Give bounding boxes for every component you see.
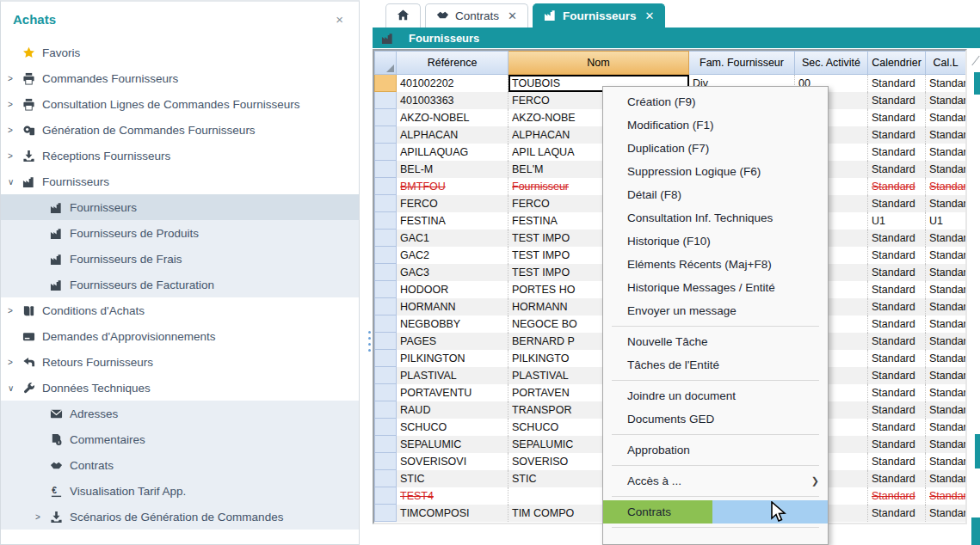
sidebar-item-consultation-lignes-de-commandes-fournisseurs[interactable]: >Consultation Lignes de Commandes Fourni… (1, 91, 359, 117)
cell-cal-livraison[interactable]: Standard (926, 384, 965, 401)
row-marker-cell[interactable] (374, 453, 397, 470)
row-marker-cell[interactable] (374, 384, 397, 401)
sidebar-item-favoris[interactable]: Favoris (1, 40, 359, 65)
cell-cal-livraison[interactable]: Standard (926, 247, 965, 264)
menu-item-approbation[interactable]: Approbation (603, 438, 828, 462)
cell-calendrier[interactable]: Standard (868, 109, 926, 126)
cell-cal-livraison[interactable]: Standard (926, 367, 965, 384)
row-marker-cell[interactable] (374, 350, 397, 367)
menu-item-elements-recents-maj-f8[interactable]: Eléments Récents (Maj+F8) (603, 253, 828, 276)
menu-item-envoyer-un-message[interactable]: Envoyer un message (603, 299, 828, 322)
cell-reference[interactable]: TEST4 (397, 487, 508, 505)
sidebar-item-contrats[interactable]: Contrats (1, 452, 359, 478)
sidebar-item-commentaires[interactable]: Commentaires (1, 426, 359, 452)
cell-reference[interactable]: SEPALUMIC (397, 436, 508, 453)
row-marker-cell[interactable] (374, 333, 397, 350)
tab-contrats[interactable]: Contrats✕ (425, 3, 528, 28)
row-marker-cell[interactable] (374, 315, 397, 333)
row-marker-cell[interactable] (374, 161, 397, 178)
sidebar-item-fournisseurs-de-facturation[interactable]: Fournisseurs de Facturation (1, 272, 359, 297)
chevron-right-icon[interactable]: > (8, 151, 22, 161)
cell-calendrier[interactable]: Standard (868, 436, 926, 453)
chevron-right-icon[interactable]: > (35, 512, 50, 522)
cell-calendrier[interactable]: U1 (868, 212, 926, 230)
sidebar-item-fournisseurs-de-frais[interactable]: Fournisseurs de Frais (1, 246, 359, 272)
cell-cal-livraison[interactable]: Standard (926, 401, 965, 419)
cell-reference[interactable]: PAGES (397, 333, 508, 350)
panel-splitter-handle[interactable] (367, 331, 371, 357)
cell-calendrier[interactable]: Standard (868, 195, 926, 212)
cell-cal-livraison[interactable]: Standard (926, 109, 965, 126)
row-marker-cell[interactable] (374, 298, 397, 315)
row-marker-cell[interactable] (374, 470, 397, 487)
cell-reference[interactable]: AKZO-NOBEL (397, 109, 508, 126)
row-marker-cell[interactable] (374, 401, 397, 419)
chevron-down-icon[interactable]: ∨ (8, 383, 22, 393)
cell-reference[interactable]: FESTINA (397, 212, 508, 230)
tab-home[interactable] (385, 3, 421, 28)
row-marker-cell[interactable] (374, 487, 397, 505)
chevron-right-icon[interactable]: > (8, 74, 22, 83)
cell-reference[interactable]: HODOOR (397, 281, 508, 298)
column-header-reference[interactable]: Référence (397, 51, 508, 75)
sidebar-item-fournisseurs-de-produits[interactable]: Fournisseurs de Produits (1, 220, 359, 246)
cell-cal-livraison[interactable]: Standard (926, 178, 965, 195)
cell-reference[interactable]: GAC3 (397, 264, 508, 281)
right-dock-tab[interactable] (975, 434, 980, 468)
cell-reference[interactable]: RAUD (397, 401, 508, 419)
cell-calendrier[interactable]: Standard (868, 298, 926, 315)
row-marker-cell[interactable] (374, 419, 397, 436)
cell-calendrier[interactable]: Standard (868, 161, 926, 178)
sidebar-item-generation-de-commandes-fournisseurs[interactable]: >Génération de Commandes Fournisseurs (1, 117, 359, 143)
cell-cal-livraison[interactable]: Standard (926, 487, 965, 505)
chevron-right-icon[interactable]: > (8, 306, 22, 315)
cell-calendrier[interactable]: Standard (868, 384, 926, 401)
cell-cal-livraison[interactable]: Standard (926, 453, 965, 470)
cell-calendrier[interactable]: Standard (868, 333, 926, 350)
right-dock-tab[interactable] (971, 517, 980, 545)
row-marker-cell[interactable] (374, 230, 397, 247)
menu-item-acces-a[interactable]: Accès à ...❯ (603, 469, 828, 493)
menu-item-documents-ged[interactable]: Documents GED (603, 407, 828, 431)
row-marker-cell[interactable] (374, 195, 397, 212)
cell-calendrier[interactable]: Standard (868, 281, 926, 298)
cell-calendrier[interactable]: Standard (868, 230, 926, 247)
cell-cal-livraison[interactable]: Standard (926, 144, 965, 161)
cell-reference[interactable]: GAC2 (397, 247, 508, 264)
tab-close-icon[interactable]: ✕ (505, 9, 517, 22)
cell-calendrier[interactable]: Standard (868, 419, 926, 436)
menu-item-joindre-un-document[interactable]: Joindre un document (603, 384, 828, 407)
menu-item-suppression-logique-f6[interactable]: Suppression Logique (F6) (603, 160, 828, 183)
sidebar-item-scenarios-de-generation-de-commandes[interactable]: >Scénarios de Génération de Commandes (1, 504, 359, 530)
row-marker-cell[interactable] (374, 367, 397, 384)
cell-cal-livraison[interactable]: Standard (926, 195, 965, 212)
column-header-sec-activite[interactable]: Sec. Activité (795, 51, 868, 75)
menu-item-consultation-inf-techniques[interactable]: Consultation Inf. Techniques (603, 206, 828, 230)
cell-cal-livraison[interactable]: Standard (926, 436, 965, 453)
cell-reference[interactable]: 401002202 (397, 75, 508, 92)
cell-calendrier[interactable]: Standard (868, 264, 926, 281)
sidebar-item-fournisseurs[interactable]: ∨Fournisseurs (1, 168, 359, 194)
sidebar-item-retours-fournisseurs[interactable]: >Retours Fournisseurs (1, 349, 359, 375)
cell-reference[interactable]: SCHUCO (397, 419, 508, 436)
menu-item-historique-f10[interactable]: Historique (F10) (603, 230, 828, 253)
sidebar-item-receptions-fournisseurs[interactable]: >Réceptions Fournisseurs (1, 143, 359, 168)
cell-calendrier[interactable]: Standard (868, 92, 926, 109)
cell-reference[interactable]: ALPHACAN (397, 126, 508, 144)
cell-reference[interactable]: HORMANN (397, 298, 508, 315)
cell-cal-livraison[interactable]: Standard (926, 333, 965, 350)
cell-calendrier[interactable]: Standard (868, 178, 926, 195)
cell-cal-livraison[interactable]: Standard (926, 264, 965, 281)
cell-reference[interactable]: BEL-M (397, 161, 508, 178)
row-marker-cell[interactable] (374, 109, 397, 126)
cell-reference[interactable]: SOVERISOVI (397, 453, 508, 470)
sidebar-item-donnees-techniques[interactable]: ∨Données Techniques (1, 375, 359, 401)
cell-reference[interactable]: BMTFOU (397, 178, 508, 195)
row-marker-cell[interactable] (374, 436, 397, 453)
cell-reference[interactable]: 401003363 (397, 92, 508, 109)
cell-calendrier[interactable]: Standard (868, 487, 926, 505)
cell-calendrier[interactable]: Standard (868, 75, 926, 92)
column-header-calendrier[interactable]: Calendrier (868, 51, 926, 75)
cell-cal-livraison[interactable]: Standard (926, 281, 965, 298)
sidebar-item-adresses[interactable]: Adresses (1, 401, 359, 426)
